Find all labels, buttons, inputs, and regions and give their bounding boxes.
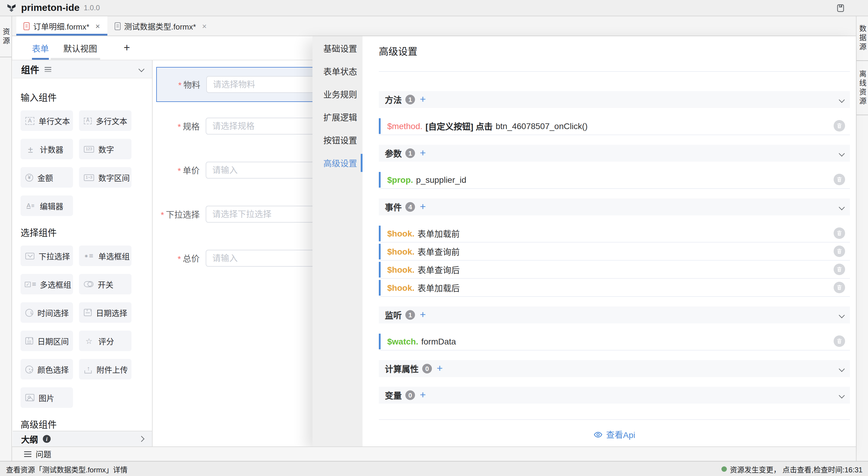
chevron-down-icon[interactable] bbox=[839, 392, 845, 398]
component-item-time[interactable]: 时间选择 bbox=[21, 302, 73, 323]
sidebar-tab-resources[interactable]: 资源 bbox=[0, 16, 11, 57]
delete-button[interactable] bbox=[834, 174, 845, 185]
component-item-checks[interactable]: 多选框组 bbox=[21, 274, 73, 294]
problems-label: 问题 bbox=[36, 448, 51, 460]
component-item-date[interactable]: 日期选择 bbox=[79, 302, 131, 323]
add-button[interactable]: + bbox=[437, 363, 443, 373]
field-input-1[interactable] bbox=[206, 118, 326, 135]
settings-menu-item[interactable]: 按钮设置 bbox=[312, 128, 363, 151]
chevron-down-icon[interactable] bbox=[839, 366, 845, 371]
counter-icon bbox=[25, 144, 36, 154]
section-row[interactable]: $watch.formData bbox=[379, 332, 850, 351]
chevron-down-icon[interactable] bbox=[138, 66, 145, 72]
section-row[interactable]: $hook.表单加载前 bbox=[379, 225, 850, 242]
delete-button[interactable] bbox=[834, 282, 845, 293]
chevron-down-icon[interactable] bbox=[839, 150, 845, 156]
section-header[interactable]: 参数1+ bbox=[379, 145, 850, 162]
view-api-link[interactable]: 查看Api bbox=[379, 428, 850, 440]
component-item-editor[interactable]: 编辑器 bbox=[21, 196, 73, 216]
component-item-counter[interactable]: 计数器 bbox=[21, 139, 73, 159]
save-icon[interactable] bbox=[836, 3, 845, 12]
section-row[interactable]: $method.[自定义按钮] 点击btn_46078507_onClick() bbox=[379, 117, 850, 135]
count-badge: 0 bbox=[422, 364, 432, 374]
component-item-label: 多行文本 bbox=[96, 115, 127, 126]
section-header[interactable]: 事件4+ bbox=[379, 199, 850, 215]
left-rail: 资源 bbox=[0, 16, 12, 461]
app-title: primeton-ide bbox=[21, 2, 80, 13]
settings-menu-item[interactable]: 高级设置 bbox=[312, 151, 363, 174]
row-text: btn_46078507_onClick() bbox=[496, 121, 588, 130]
add-button[interactable]: + bbox=[420, 309, 426, 320]
field-input-0[interactable] bbox=[206, 76, 327, 93]
delete-button[interactable] bbox=[834, 245, 845, 257]
section-header[interactable]: 方法1+ bbox=[379, 91, 850, 108]
tab-default-view[interactable]: 默认视图 bbox=[63, 36, 97, 60]
settings-menu-item[interactable]: 扩展逻辑 bbox=[312, 106, 363, 128]
sidebar-tab-offline-resources[interactable]: 离线资源 bbox=[857, 61, 868, 115]
file-tab-test-datatypes[interactable]: 测试数据类型.formx* × bbox=[107, 16, 214, 36]
component-item-range[interactable]: 数字区间 bbox=[79, 167, 131, 188]
chevron-right-icon[interactable] bbox=[138, 436, 145, 442]
settings-menu-item[interactable]: 业务规则 bbox=[312, 83, 363, 106]
delete-button[interactable] bbox=[834, 228, 845, 239]
component-item-textm[interactable]: 多行文本 bbox=[79, 110, 131, 131]
component-item-number[interactable]: 数字 bbox=[79, 139, 131, 159]
row-prefix: $method. bbox=[387, 121, 423, 130]
component-item-daterange[interactable]: 日期区间 bbox=[21, 331, 73, 351]
problems-bar[interactable]: 问题 bbox=[12, 446, 856, 461]
component-item-text1[interactable]: 单行文本 bbox=[21, 110, 73, 131]
tab-form[interactable]: 表单 bbox=[32, 36, 49, 60]
resource-change-status[interactable]: 资源发生变更， 点击查看,检查时间:16:31 bbox=[721, 464, 863, 474]
section-row[interactable]: $prop.p_supplier_id bbox=[379, 171, 850, 189]
component-group-title: 高级组件 bbox=[21, 417, 152, 430]
sidebar-tab-datasource[interactable]: 数据源 bbox=[857, 16, 868, 61]
section-title: 方法 bbox=[385, 93, 402, 106]
component-item-rate[interactable]: 评分 bbox=[79, 331, 131, 351]
delete-button[interactable] bbox=[834, 264, 845, 275]
add-view-button[interactable]: + bbox=[124, 41, 130, 54]
section-header[interactable]: 变量0+ bbox=[379, 387, 850, 404]
component-item-image[interactable]: 图片 bbox=[21, 387, 73, 408]
settings-menu-item[interactable]: 表单状态 bbox=[312, 60, 363, 83]
section-row[interactable]: $hook.表单查询前 bbox=[379, 242, 850, 261]
chevron-down-icon[interactable] bbox=[839, 204, 845, 210]
close-icon[interactable]: × bbox=[202, 22, 207, 30]
section-header[interactable]: 监听1+ bbox=[379, 306, 850, 323]
add-button[interactable]: + bbox=[420, 201, 426, 211]
component-item-radios[interactable]: 单选框组 bbox=[79, 245, 131, 266]
color-icon bbox=[25, 365, 33, 373]
settings-menu-item[interactable]: 基础设置 bbox=[312, 37, 363, 60]
field-input-2[interactable] bbox=[206, 162, 326, 179]
components-panel-title: 组件 bbox=[21, 63, 39, 76]
time-icon bbox=[25, 308, 33, 317]
file-tab-order-detail[interactable]: 订单明细.formx* × bbox=[16, 16, 107, 36]
add-button[interactable]: + bbox=[420, 389, 426, 400]
outline-bar[interactable]: 大纲 i bbox=[13, 431, 152, 446]
delete-button[interactable] bbox=[834, 335, 845, 347]
component-item-money[interactable]: 金额 bbox=[21, 167, 73, 188]
close-icon[interactable]: × bbox=[95, 22, 100, 30]
row-strong-text: [自定义按钮] 点击 bbox=[426, 120, 493, 132]
chevron-down-icon[interactable] bbox=[839, 312, 845, 318]
section-title: 参数 bbox=[385, 147, 402, 159]
component-item-upload[interactable]: 附件上传 bbox=[79, 359, 131, 380]
select-icon bbox=[25, 252, 34, 259]
chevron-down-icon[interactable] bbox=[839, 96, 845, 102]
add-button[interactable]: + bbox=[420, 148, 426, 158]
component-item-color[interactable]: 颜色选择 bbox=[21, 359, 73, 380]
delete-button[interactable] bbox=[834, 120, 845, 131]
image-icon bbox=[25, 394, 34, 401]
component-item-select[interactable]: 下拉选择 bbox=[21, 245, 73, 266]
add-button[interactable]: + bbox=[420, 94, 426, 104]
outline-label: 大纲 bbox=[21, 433, 38, 445]
components-panel-header[interactable]: 组件 bbox=[13, 60, 152, 79]
count-badge: 1 bbox=[405, 310, 415, 320]
section-header[interactable]: 计算属性0+ bbox=[379, 360, 850, 377]
field-input-4[interactable] bbox=[206, 250, 326, 267]
component-item-switch[interactable]: 开关 bbox=[79, 274, 131, 294]
section-row[interactable]: $hook.表单加载后 bbox=[379, 279, 850, 297]
section-row[interactable]: $hook.表单查询后 bbox=[379, 261, 850, 279]
settings-menu: 基础设置表单状态业务规则扩展逻辑按钮设置高级设置 bbox=[312, 36, 363, 446]
field-input-3[interactable] bbox=[206, 206, 326, 222]
row-text: 表单查询前 bbox=[417, 245, 460, 257]
